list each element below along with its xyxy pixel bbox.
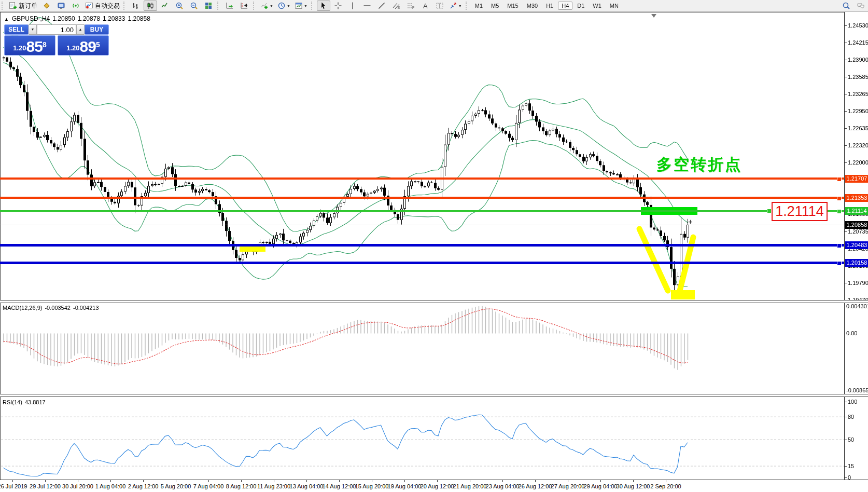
time-tick-label: 5 Aug 20:00: [161, 483, 191, 489]
volume-decrease-button[interactable]: ▼: [29, 24, 37, 35]
turning-point-annotation[interactable]: 多空转折点: [656, 154, 742, 175]
price-level-line-1.20483[interactable]: [0, 244, 844, 247]
yellow-highlight-rect-bottom[interactable]: [671, 290, 695, 299]
new-order-button[interactable]: 新订单: [7, 1, 39, 11]
rsi-tick-mark: [845, 466, 847, 467]
chat-icon: [857, 2, 865, 10]
main-macd-splitter[interactable]: [0, 300, 868, 303]
time-tick-mark: [12, 480, 13, 482]
cursor-button[interactable]: [317, 1, 330, 11]
price-level-line-1.20158[interactable]: [0, 262, 844, 264]
current-price-line: [0, 225, 844, 225]
tf-button-M15[interactable]: M15: [503, 2, 522, 10]
svg-text:E: E: [397, 6, 400, 9]
time-tick-label: 26 Jul 2019: [0, 483, 27, 489]
chart-shift-button[interactable]: [237, 1, 251, 11]
text-icon: A: [421, 2, 429, 10]
line-chart-icon: [161, 2, 169, 10]
ohlc-low: 1.20833: [103, 15, 125, 22]
profiles-button[interactable]: [40, 1, 53, 11]
autotrading-button[interactable]: 自动交易: [83, 1, 121, 11]
vline-button[interactable]: [346, 1, 359, 11]
chart-shift-marker-icon[interactable]: [651, 14, 656, 18]
price-tick-label: 1.24530: [848, 22, 868, 29]
price-level-line-1.21353[interactable]: [0, 197, 844, 199]
signal-button[interactable]: [69, 1, 82, 11]
tf-button-M30[interactable]: M30: [523, 2, 541, 10]
time-tick-mark: [110, 480, 111, 482]
tf-button-MN[interactable]: MN: [606, 2, 622, 10]
bars-button[interactable]: [129, 1, 143, 11]
line-anchor-handle[interactable]: [837, 177, 842, 182]
autotrading-icon: [85, 2, 93, 10]
buy-button[interactable]: BUY: [85, 24, 109, 35]
chat-button[interactable]: [854, 1, 867, 11]
time-tick-mark: [45, 480, 46, 482]
text-button[interactable]: A: [418, 1, 432, 11]
buy-price-display[interactable]: 1.20895: [58, 35, 109, 56]
sell-price-display[interactable]: 1.20858: [4, 35, 55, 56]
templates-button[interactable]: ▼: [293, 1, 309, 11]
chevron-down-icon[interactable]: ▼: [287, 4, 290, 8]
time-tick-mark: [143, 480, 144, 482]
periods-button[interactable]: ▼: [276, 1, 292, 11]
time-tick-label: 19 Aug 04:00: [388, 483, 422, 489]
price-level-line-1.21707[interactable]: [0, 177, 844, 180]
time-tick-mark: [470, 480, 470, 482]
toolbar-grip: [217, 2, 221, 10]
search-button[interactable]: [839, 1, 853, 11]
data-window-button[interactable]: [54, 1, 68, 11]
volume-increase-button[interactable]: ▲: [76, 24, 85, 35]
zoom-in-button[interactable]: [173, 1, 186, 11]
line-chart-button[interactable]: [158, 1, 172, 11]
price-callout-box[interactable]: 1.21114: [772, 202, 828, 221]
fibo-button[interactable]: F: [404, 1, 417, 11]
chevron-down-icon[interactable]: ▼: [458, 4, 462, 8]
indicators-add-button[interactable]: ▼: [259, 1, 275, 11]
price-level-line-1.21114[interactable]: [0, 210, 844, 212]
price-tick-label: 1.23900: [848, 56, 868, 63]
shapes-button[interactable]: ▼: [447, 1, 464, 11]
tf-button-H4[interactable]: H4: [558, 2, 572, 10]
chevron-down-icon[interactable]: ▼: [304, 4, 307, 8]
svg-text:T: T: [438, 3, 441, 9]
time-tick-mark: [568, 480, 568, 482]
candles-button[interactable]: [144, 1, 157, 11]
tf-button-D1[interactable]: D1: [573, 2, 588, 10]
collapse-panel-icon[interactable]: ▲: [4, 17, 9, 22]
macd-label: MACD(12,26,9)-0.003542-0.004213: [3, 305, 102, 311]
price-chart-canvas[interactable]: [0, 12, 868, 492]
hline-button[interactable]: [360, 1, 374, 11]
price-badge: 1.21353: [845, 194, 868, 202]
rsi-name: RSI(14): [3, 399, 22, 405]
buy-price-big: 89: [80, 39, 96, 54]
line-anchor-handle[interactable]: [837, 196, 842, 201]
line-anchor-handle[interactable]: [837, 243, 842, 248]
tf-button-M1[interactable]: M1: [471, 2, 486, 10]
chevron-down-icon[interactable]: ▼: [270, 4, 273, 8]
sell-button[interactable]: SELL: [4, 24, 29, 35]
trendline-button[interactable]: [375, 1, 388, 11]
macd-rsi-splitter[interactable]: [0, 394, 868, 397]
zoom-out-button[interactable]: [187, 1, 201, 11]
autoscroll-button[interactable]: [223, 1, 236, 11]
volume-input[interactable]: [37, 24, 76, 35]
tf-button-H1[interactable]: H1: [542, 2, 557, 10]
tile-windows-icon: [204, 2, 213, 10]
price-axis[interactable]: 1.245301.242151.239001.235851.232651.229…: [844, 12, 868, 480]
tile-windows-button[interactable]: [202, 1, 215, 11]
channel-button[interactable]: E: [389, 1, 403, 11]
price-badge: 1.20158: [845, 259, 868, 267]
time-axis[interactable]: 26 Jul 201929 Jul 12:0030 Jul 20:001 Aug…: [0, 480, 868, 492]
rsi-label: RSI(14)43.8817: [3, 399, 48, 405]
tf-button-M5[interactable]: M5: [487, 2, 502, 10]
line-anchor-handle[interactable]: [837, 261, 842, 266]
tf-button-W1[interactable]: W1: [589, 2, 605, 10]
crosshair-button[interactable]: [331, 1, 345, 11]
time-tick-mark: [339, 480, 340, 482]
line-anchor-handle[interactable]: [837, 209, 842, 214]
symbol-period: GBPUSD-,H4: [12, 15, 50, 22]
time-tick-label: 1 Aug 04:00: [95, 483, 126, 489]
label-button[interactable]: T: [433, 1, 446, 11]
callout-anchor-handle[interactable]: [767, 209, 772, 213]
